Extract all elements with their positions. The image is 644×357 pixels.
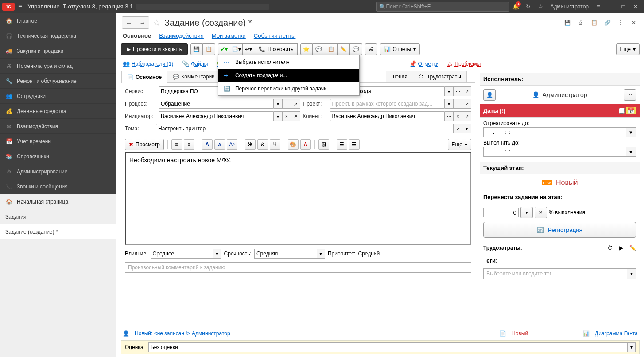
percent-dd[interactable]: ▾ — [520, 207, 533, 218]
subtab-interact[interactable]: Взаимодействия — [159, 32, 204, 39]
add-fav-button[interactable]: ⭐ — [300, 43, 313, 55]
copy-button[interactable]: 📑▾ — [230, 43, 243, 55]
sidebar-item-money[interactable]: 💰Денежные средства — [0, 104, 116, 119]
minimize-icon[interactable]: — — [605, 0, 617, 13]
bell-icon[interactable]: 🔔1 — [509, 0, 522, 13]
sidebar-item-stock[interactable]: 🖨Номенклатура и склад — [0, 59, 116, 74]
link-problems[interactable]: ⚠Проблемы — [447, 60, 481, 67]
sidebar-item-interact[interactable]: ✉Взаимодействия — [0, 119, 116, 134]
register-button[interactable]: 🔄Регистрация — [483, 222, 636, 238]
dates-checkbox[interactable] — [619, 107, 625, 114]
menu-choose-executor[interactable]: ⋯Выбрать исполнителя — [218, 55, 359, 69]
call-button[interactable]: 📞Позвонить — [255, 43, 298, 55]
reply-button[interactable]: ↩▾ — [243, 43, 255, 55]
preview-button[interactable]: ✖Просмотр — [125, 139, 164, 150]
maximize-icon[interactable]: □ — [617, 0, 629, 13]
nav-forward-button[interactable]: → — [136, 17, 149, 28]
copy2-button[interactable]: 📋 — [325, 43, 338, 55]
react-input[interactable]: ▾ — [483, 127, 636, 137]
global-search[interactable]: 🔍 — [376, 2, 509, 12]
dropdown-icon[interactable]: ▾ — [627, 343, 635, 352]
client-input[interactable]: ⋯×↗ — [330, 111, 472, 121]
image-icon[interactable]: 🖼 — [318, 139, 329, 150]
favorite-star[interactable]: ☆ — [153, 17, 161, 28]
reports-button[interactable]: 📊Отчеты▾ — [380, 43, 420, 55]
dropdown-icon[interactable]: ▾ — [626, 127, 636, 137]
percent-clear[interactable]: × — [535, 207, 547, 218]
link-marks[interactable]: 📌Отметки — [409, 60, 439, 67]
topic-input[interactable]: ↗▾ — [156, 124, 471, 133]
timer-icon[interactable]: ⏱ — [608, 245, 613, 251]
comment-input[interactable] — [125, 262, 471, 273]
tags-input[interactable] — [484, 269, 627, 279]
bold-icon[interactable]: Ж — [245, 139, 256, 150]
link-icon[interactable]: 🔗 — [602, 18, 612, 27]
subtab-main[interactable]: Основное — [123, 32, 151, 39]
close-form-icon[interactable]: ✕ — [629, 18, 639, 27]
subtab-notes[interactable]: Мои заметки — [212, 32, 246, 39]
underline-icon[interactable]: Ч — [270, 139, 280, 150]
text-color-icon[interactable]: A — [300, 139, 311, 150]
save-icon[interactable]: 💾 — [563, 18, 572, 27]
ul-icon[interactable]: ☰ — [337, 139, 347, 150]
print-button[interactable]: 🖨 — [365, 43, 377, 55]
user-label[interactable]: Администратор — [547, 4, 592, 10]
menu-transfer-thread[interactable]: 🔄Перенос переписки из другой задачи — [218, 82, 359, 95]
post-button[interactable]: 📋 — [203, 43, 215, 55]
status-button[interactable]: ✔▾ — [218, 43, 230, 55]
process-input[interactable]: ▾⋯↗ — [159, 99, 300, 109]
rating-select[interactable]: ▾ — [148, 342, 636, 352]
nav-back-button[interactable]: ← — [122, 17, 136, 28]
chat-button[interactable]: 💬 — [313, 43, 325, 55]
percent-input[interactable] — [483, 208, 519, 217]
dropdown-icon[interactable]: ▾ — [626, 147, 636, 157]
sidebar-item-time[interactable]: 📅Учет времени — [0, 134, 116, 149]
ol-icon[interactable]: ☰ — [349, 139, 360, 150]
status-link[interactable]: Новый: <не записан !> Администратор — [135, 330, 230, 337]
fill-color-icon[interactable]: 🎨 — [288, 139, 299, 150]
print-icon[interactable]: 🖨 — [576, 18, 586, 27]
star-icon[interactable]: ☆ — [534, 0, 547, 13]
font-clear-icon[interactable]: Aˣ — [227, 139, 237, 150]
tab-start-page[interactable]: 🏠Начальная страница — [0, 194, 116, 209]
link-files[interactable]: 📎Файлы — [182, 60, 208, 67]
report-icon[interactable]: 📋 — [589, 18, 599, 27]
more-button[interactable]: Еще▾ — [616, 43, 640, 55]
description-editor[interactable]: Необходимо настроить новое МФУ. — [125, 152, 471, 245]
link-watchers[interactable]: 👥Наблюдатели (1) — [123, 60, 173, 67]
font-inc-icon[interactable]: A — [202, 139, 213, 150]
editor-more-button[interactable]: Еще▾ — [448, 139, 471, 150]
sidebar-item-admin[interactable]: ⚙Администрирование — [0, 164, 116, 179]
subtab-feed[interactable]: События ленты — [254, 32, 296, 39]
search-input[interactable] — [386, 4, 507, 10]
finish-input[interactable]: ▾ — [483, 147, 636, 157]
tags-input-wrap[interactable]: ▾ — [483, 268, 636, 279]
gantt-link[interactable]: Диаграмма Ганта — [595, 330, 638, 337]
doctab-decisions[interactable]: шения — [386, 71, 413, 82]
doctab-labor[interactable]: ⏱Трудозатраты — [413, 71, 467, 82]
sidebar-item-sales[interactable]: 🚚Закупки и продажи — [0, 43, 116, 59]
initiator-input[interactable]: ▾×↗ — [159, 111, 300, 121]
align-left-icon[interactable]: ≡ — [171, 139, 182, 150]
close-icon[interactable]: ✕ — [629, 0, 642, 13]
font-dec-icon[interactable]: A — [214, 139, 225, 150]
italic-icon[interactable]: К — [257, 139, 268, 150]
menu-create-subtasks[interactable]: ➡Создать подзадачи... — [218, 69, 359, 82]
hamburger-icon[interactable]: ≡ — [18, 3, 22, 11]
sidebar-item-support[interactable]: 🎧Техническая поддержка — [0, 28, 116, 43]
msg-button[interactable]: 💬 — [350, 43, 362, 55]
play-icon[interactable]: ▶ — [619, 245, 623, 251]
post-and-close-button[interactable]: ▶Провести и закрыть — [121, 43, 188, 55]
urgency-select[interactable]: ▾ — [254, 249, 325, 259]
sidebar-item-staff[interactable]: 👥Сотрудники — [0, 89, 116, 104]
save-button[interactable]: 💾 — [190, 43, 203, 55]
doctab-comments[interactable]: 💬Комментарии — [167, 71, 221, 82]
select-executor-button[interactable]: 👤 — [483, 89, 496, 101]
impact-select[interactable]: ▾ — [151, 249, 221, 259]
sidebar-item-refs[interactable]: 📚Справочники — [0, 149, 116, 164]
more-icon[interactable]: ⋮ — [616, 18, 625, 27]
sidebar-item-home[interactable]: 🏠Главное — [0, 13, 116, 28]
sidebar-item-calls[interactable]: 📞Звонки и сообщения — [0, 179, 116, 194]
doctab-main[interactable]: 📄Основное — [121, 71, 167, 83]
sidebar-item-repair[interactable]: 🔧Ремонт и обслуживание — [0, 74, 116, 89]
